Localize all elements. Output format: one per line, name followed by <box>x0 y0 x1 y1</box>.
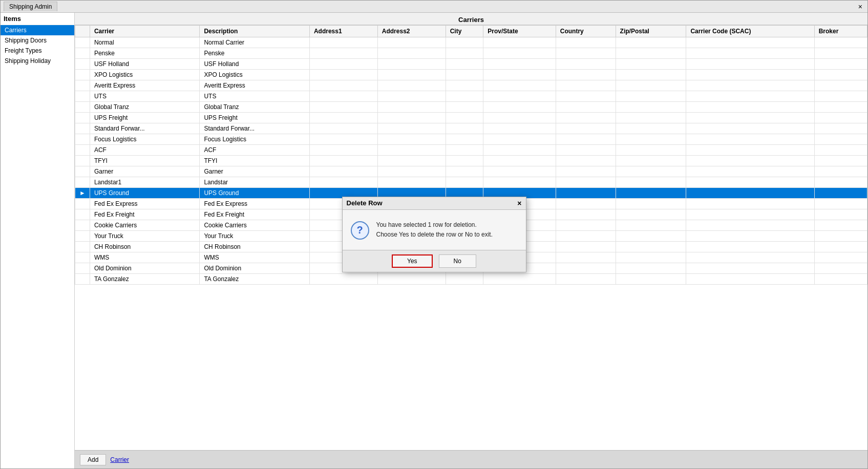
dialog-yes-button[interactable]: Yes <box>392 254 433 268</box>
dialog-title-bar: Delete Row × <box>343 197 526 210</box>
dialog-message: You have selected 1 row for deletion. Ch… <box>376 220 493 240</box>
dialog-message-line1: You have selected 1 row for deletion. <box>376 220 493 230</box>
dialog-message-line2: Choose Yes to delete the row or No to ex… <box>376 230 493 240</box>
modal-overlay: Delete Row × ? You have selected 1 row f… <box>0 0 868 469</box>
dialog-footer: Yes No <box>343 250 526 272</box>
dialog-no-button[interactable]: No <box>439 254 476 268</box>
dialog-body: ? You have selected 1 row for deletion. … <box>343 210 526 250</box>
dialog-close-button[interactable]: × <box>517 199 521 207</box>
dialog-title: Delete Row <box>347 199 383 207</box>
delete-row-dialog: Delete Row × ? You have selected 1 row f… <box>342 197 526 272</box>
dialog-question-icon: ? <box>351 221 369 240</box>
